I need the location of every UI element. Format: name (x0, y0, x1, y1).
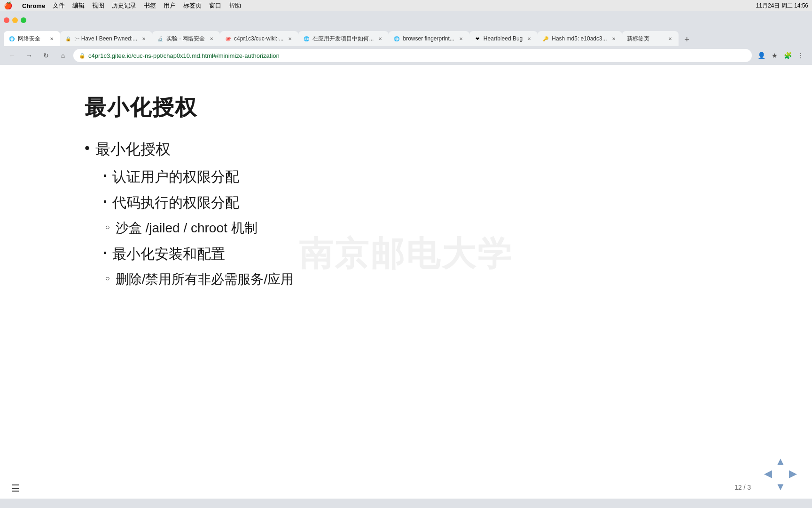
tab-title-2: 实验 · 网络安全 (166, 35, 205, 43)
menubar-time: 11月24日 周二 14:56 (756, 2, 808, 10)
tab-wangluo[interactable]: 🌐 网络安全 ✕ (4, 31, 60, 46)
url-bar[interactable]: 🔒 c4pr1c3.gitee.io/cuc-ns-ppt/chap0x10.m… (73, 49, 752, 62)
window-controls (4, 17, 26, 23)
url-text: c4pr1c3.gitee.io/cuc-ns-ppt/chap0x10.md.… (88, 52, 746, 59)
apple-icon: 🍎 (4, 1, 13, 10)
tab-fingerprint[interactable]: 🌐 browser fingerprint... ✕ (389, 31, 469, 46)
app-name: Chrome (22, 2, 45, 9)
tab-favicon-7: 🔑 (542, 35, 549, 42)
tab-title-8: 新标签页 (627, 35, 664, 43)
tab-title-3: c4pr1c3/cuc-wiki:·... (234, 35, 283, 42)
tab-haveibeenpwned[interactable]: 🔒 ;-- Have I Been Pwned:... ✕ (60, 31, 152, 46)
bullet-list-l3-0: 沙盒 /jailed / chroot 机制 (105, 219, 727, 237)
reload-button[interactable]: ↻ (39, 49, 53, 62)
list-item-l2-0: 认证用户的权限分配 (103, 167, 727, 187)
tab-github[interactable]: 🐙 c4pr1c3/cuc-wiki:·... ✕ (220, 31, 298, 46)
menu-window[interactable]: 窗口 (209, 1, 221, 10)
list-item-l3-1: 删除/禁用所有非必需服务/应用 (105, 270, 727, 288)
tab-title-7: Hash md5: e10adc3... (552, 35, 607, 42)
tab-close-8[interactable]: ✕ (666, 35, 674, 42)
tab-favicon-0: 🌐 (8, 35, 15, 42)
slide-number: 12 / 3 (734, 484, 751, 491)
slide-content: 最小化授权 最小化授权 认证用户的权限分配 代码执行的权限分配 沙盒 /jail… (85, 93, 727, 294)
maximize-button[interactable] (21, 17, 26, 23)
tab-favicon-2: 🔬 (157, 35, 164, 42)
tab-favicon-3: 🐙 (225, 35, 231, 42)
bullet-l3-text-0: 沙盒 /jailed / chroot 机制 (116, 219, 258, 237)
list-item-l1-0: 最小化授权 (85, 139, 727, 160)
nav-arrows: ▲ ◀ ▶ ▼ (764, 455, 797, 493)
new-tab-button[interactable]: + (680, 33, 694, 46)
bullet-l2-text-2: 最小化安装和配置 (112, 245, 225, 264)
bullet-l1-text-0: 最小化授权 (95, 139, 171, 160)
arrow-right[interactable]: ▶ (789, 468, 797, 481)
bookmark-icon[interactable]: ★ (769, 50, 780, 61)
menu-view[interactable]: 视图 (92, 1, 104, 10)
tab-title-1: ;-- Have I Been Pwned:... (74, 35, 137, 42)
tab-title-0: 网络安全 (18, 35, 45, 43)
menu-icon[interactable]: ⋮ (795, 50, 806, 61)
tab-title-5: browser fingerprint... (403, 35, 454, 42)
tab-close-3[interactable]: ✕ (286, 35, 294, 42)
list-item-l2-2: 最小化安装和配置 (103, 245, 727, 264)
bullet-list-l3-1: 删除/禁用所有非必需服务/应用 (105, 270, 727, 288)
extension-icon[interactable]: 🧩 (782, 50, 793, 61)
tab-title-4: 在应用开发项目中如何... (312, 35, 374, 43)
titlebar (0, 11, 812, 29)
tab-close-7[interactable]: ✕ (610, 35, 617, 42)
bottom-bar (0, 499, 812, 508)
tab-hash[interactable]: 🔑 Hash md5: e10adc3... ✕ (538, 31, 622, 46)
menubar: 🍎 Chrome 文件 编辑 视图 历史记录 书签 用户 标签页 窗口 帮助 1… (0, 0, 812, 11)
arrow-down[interactable]: ▼ (775, 481, 786, 493)
menubar-items: 文件 编辑 视图 历史记录 书签 用户 标签页 窗口 帮助 (53, 1, 241, 10)
list-item-l3-0: 沙盒 /jailed / chroot 机制 (105, 219, 727, 237)
list-item-l2-1: 代码执行的权限分配 (103, 193, 727, 213)
menu-bookmarks[interactable]: 书签 (144, 1, 156, 10)
tab-title-6: Heartbleed Bug (484, 35, 523, 42)
hamburger-menu[interactable]: ☰ (11, 483, 20, 494)
close-button[interactable] (4, 17, 9, 23)
arrow-row: ◀ ▶ (764, 468, 797, 481)
tab-favicon-5: 🌐 (393, 35, 400, 42)
profile-icon[interactable]: 👤 (756, 50, 767, 61)
menubar-right: 11月24日 周二 14:56 (756, 2, 808, 10)
menu-tabs[interactable]: 标签页 (183, 1, 202, 10)
tab-favicon-1: 🔒 (65, 35, 71, 42)
tab-shiyan[interactable]: 🔬 实验 · 网络安全 ✕ (152, 31, 220, 46)
arrow-up[interactable]: ▲ (775, 455, 786, 468)
bullet-list-l2-b: 最小化安装和配置 (103, 245, 727, 264)
menu-user[interactable]: 用户 (164, 1, 176, 10)
menu-history[interactable]: 历史记录 (112, 1, 136, 10)
tab-favicon-6: ❤ (474, 35, 481, 42)
tab-heartbleed[interactable]: ❤ Heartbleed Bug ✕ (469, 31, 538, 46)
forward-button[interactable]: → (23, 49, 36, 62)
menu-edit[interactable]: 编辑 (72, 1, 85, 10)
tab-new-tab[interactable]: 新标签页 ✕ (622, 31, 679, 46)
bullet-l3-text-1: 删除/禁用所有非必需服务/应用 (116, 270, 294, 288)
slide-title: 最小化授权 (85, 93, 727, 122)
tab-close-0[interactable]: ✕ (48, 35, 55, 42)
tab-favicon-4: 🌐 (303, 35, 310, 42)
bullet-l2-text-1: 代码执行的权限分配 (112, 193, 239, 213)
bullet-list-l1: 最小化授权 (85, 139, 727, 160)
addressbar: ← → ↻ ⌂ 🔒 c4pr1c3.gitee.io/cuc-ns-ppt/ch… (0, 46, 812, 65)
minimize-button[interactable] (12, 17, 18, 23)
tab-close-4[interactable]: ✕ (376, 35, 384, 42)
arrows-container: ▲ ◀ ▶ ▼ (764, 455, 797, 493)
home-button[interactable]: ⌂ (56, 49, 70, 62)
addressbar-right: 👤 ★ 🧩 ⋮ (756, 50, 806, 61)
back-button[interactable]: ← (6, 49, 19, 62)
menu-file[interactable]: 文件 (53, 1, 65, 10)
page-content: 最小化授权 最小化授权 认证用户的权限分配 代码执行的权限分配 沙盒 /jail… (0, 65, 812, 499)
bullet-list-l2: 认证用户的权限分配 代码执行的权限分配 (103, 167, 727, 213)
arrow-left[interactable]: ◀ (764, 468, 772, 481)
menu-help[interactable]: 帮助 (229, 1, 241, 10)
tab-app[interactable]: 🌐 在应用开发项目中如何... ✕ (298, 31, 389, 46)
tab-close-2[interactable]: ✕ (208, 35, 215, 42)
tab-close-5[interactable]: ✕ (457, 35, 465, 42)
tabbar: 🌐 网络安全 ✕ 🔒 ;-- Have I Been Pwned:... ✕ 🔬… (0, 29, 812, 46)
tab-close-6[interactable]: ✕ (525, 35, 533, 42)
bullet-l2-text-0: 认证用户的权限分配 (112, 167, 239, 187)
tab-close-1[interactable]: ✕ (140, 35, 148, 42)
lock-icon: 🔒 (79, 53, 86, 59)
